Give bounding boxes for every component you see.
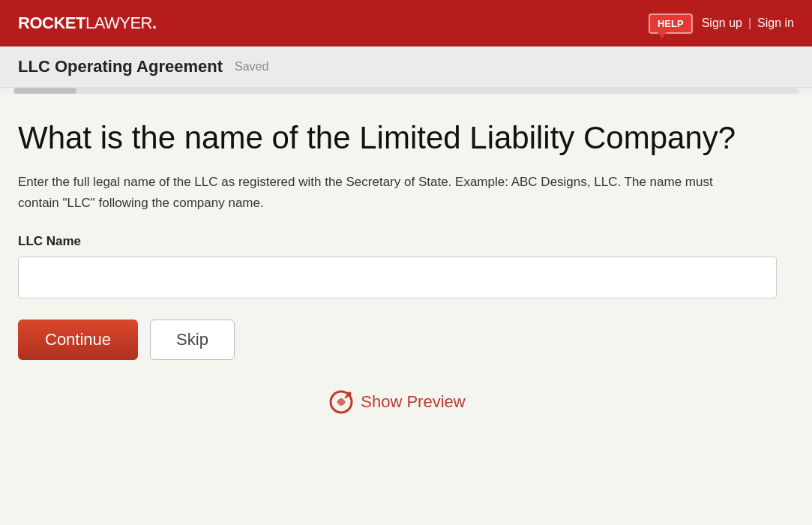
show-preview-label: Show Preview xyxy=(361,392,465,412)
signup-link[interactable]: Sign up xyxy=(702,16,742,30)
doc-title: LLC Operating Agreement xyxy=(18,57,223,76)
skip-button[interactable]: Skip xyxy=(150,320,235,360)
logo-rocket: ROCKET xyxy=(18,14,85,33)
header-right: HELP Sign up | Sign in xyxy=(649,14,794,34)
show-preview-icon xyxy=(329,390,353,414)
continue-button[interactable]: Continue xyxy=(18,320,138,360)
header: ROCKETLAWYER. HELP Sign up | Sign in xyxy=(0,0,812,46)
progress-bar-track xyxy=(13,88,799,94)
nav-divider: | xyxy=(748,16,751,30)
field-label: LLC Name xyxy=(18,234,777,249)
progress-bar-container xyxy=(0,88,812,94)
signin-link[interactable]: Sign in xyxy=(757,16,794,30)
progress-bar-fill xyxy=(13,88,76,94)
saved-badge: Saved xyxy=(235,60,268,74)
help-badge[interactable]: HELP xyxy=(649,14,693,34)
question-title: What is the name of the Limited Liabilit… xyxy=(18,119,777,157)
subheader: LLC Operating Agreement Saved xyxy=(0,46,812,88)
button-row: Continue Skip xyxy=(18,320,777,360)
show-preview-container[interactable]: Show Preview xyxy=(18,390,777,414)
question-description: Enter the full legal name of the LLC as … xyxy=(18,172,753,212)
header-nav: Sign up | Sign in xyxy=(702,16,794,30)
logo-lawyer: LAWYER xyxy=(85,14,152,33)
logo-dot: . xyxy=(152,14,157,33)
main-content: What is the name of the Limited Liabilit… xyxy=(0,94,795,432)
llc-name-input[interactable] xyxy=(18,256,777,298)
logo: ROCKETLAWYER. xyxy=(18,14,157,33)
